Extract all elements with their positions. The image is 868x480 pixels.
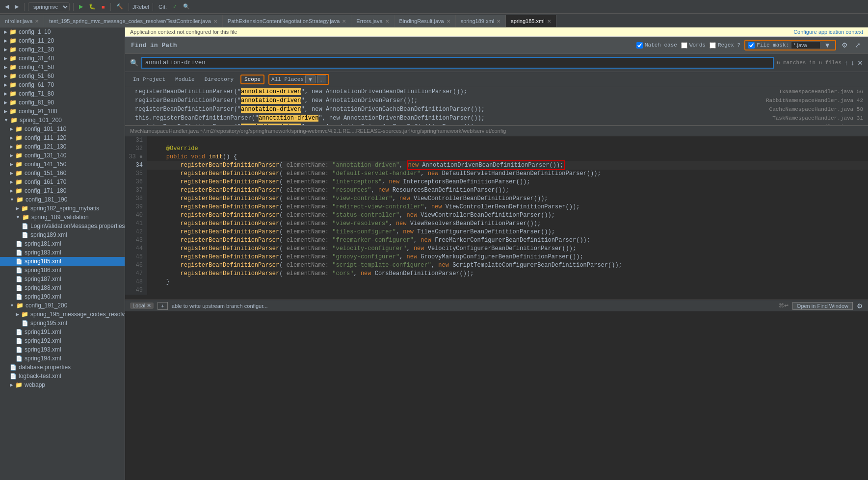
sidebar-item-spring185xml[interactable]: 📄 spring185.xml <box>0 257 125 266</box>
scope-in-project[interactable]: In Project <box>130 76 168 83</box>
sidebar-item-spring182[interactable]: ▶📁 spring182_spring_mybatis <box>0 204 125 213</box>
filter-btn[interactable]: ⚙ <box>840 41 849 49</box>
sidebar-item-spring194xml[interactable]: 📄 spring194.xml <box>0 354 125 363</box>
sidebar-item-config7180[interactable]: ▶📁 config_71_80 <box>0 89 125 98</box>
sidebar-item-spring187xml[interactable]: 📄 spring187.xml <box>0 275 125 283</box>
tab-controller[interactable]: ntroller.java ✕ <box>0 15 44 27</box>
match-case-label[interactable]: Match case <box>636 42 677 49</box>
find-btn[interactable]: 🔍 <box>181 2 192 11</box>
scope-dropdown[interactable]: All Places ▼ ... <box>268 74 329 85</box>
scope-directory[interactable]: Directory <box>202 76 237 83</box>
sidebar-item-spring189validation[interactable]: ▼📁 spring_189_validation <box>0 213 125 222</box>
sidebar-item-spring191xml[interactable]: 📄 spring191.xml <box>0 328 125 336</box>
debug-btn[interactable]: 🐛 <box>87 2 98 11</box>
sidebar-item-config110[interactable]: ▶📁 config_1_10 <box>0 27 125 36</box>
sidebar-item-config8190[interactable]: ▶📁 config_81_90 <box>0 98 125 107</box>
tab-spring189[interactable]: spring189.xml ✕ <box>456 15 506 27</box>
sidebar-item-spring186xml[interactable]: 📄 spring186.xml <box>0 266 125 275</box>
sidebar-item-spring188xml[interactable]: 📄 spring188.xml <box>0 283 125 292</box>
sidebar-item-config111120[interactable]: ▶📁 config_111_120 <box>0 133 125 142</box>
back-btn[interactable]: ◀ <box>3 2 11 11</box>
sidebar-item-config101110[interactable]: ▶📁 config_101_110 <box>0 125 125 133</box>
git-btn[interactable]: Git: <box>157 3 169 11</box>
scope-module[interactable]: Module <box>172 76 198 83</box>
tab-pathext[interactable]: PathExtensionContentNegotiationStrategy.… <box>223 15 352 27</box>
sidebar-item-config151160[interactable]: ▶📁 config_151_160 <box>0 169 125 177</box>
sidebar-item-spring195msg[interactable]: ▶📁 spring_195_message_codes_resolver <box>0 310 125 319</box>
open-find-window-btn[interactable]: Open in Find Window <box>792 302 853 310</box>
words-checkbox[interactable] <box>681 42 687 49</box>
project-selector[interactable]: springmvc <box>28 2 70 11</box>
configure-link[interactable]: Configure application context <box>793 29 863 35</box>
sidebar-item-spring101200[interactable]: ▼📁 spring_101_200 <box>0 116 125 125</box>
prev-match-btn[interactable]: ↑ <box>844 59 848 67</box>
sidebar-item-config191200[interactable]: ▼📁 config_191_200 <box>0 301 125 310</box>
tab-close[interactable]: ✕ <box>342 19 346 24</box>
sidebar-item-loginvalidation[interactable]: 📄 LoginValidationMessages.properties <box>0 222 125 230</box>
sidebar-item-config5160[interactable]: ▶📁 config_51_60 <box>0 72 125 80</box>
tab-close[interactable]: ✕ <box>35 19 39 24</box>
sidebar-item-config181190[interactable]: ▼📁 config_181_190 <box>0 195 125 204</box>
regex-checkbox[interactable] <box>710 42 716 49</box>
undo-btn[interactable]: ✓ <box>171 2 179 11</box>
forward-btn[interactable]: ▶ <box>13 2 21 11</box>
sidebar-item-spring190xml[interactable]: 📄 spring190.xml <box>0 292 125 301</box>
sidebar-item-spring183xml[interactable]: 📄 spring183.xml <box>0 248 125 257</box>
expand-btn[interactable]: ⤢ <box>853 41 862 49</box>
result-row-5[interactable]: registerBeanDefinitionParser("annotation… <box>125 123 868 125</box>
tab-testcontroller[interactable]: test_195_spring_mvc_message_codes_resolv… <box>44 15 223 27</box>
file-mask-checkbox[interactable] <box>748 42 755 49</box>
sidebar-item-spring189xml[interactable]: 📄 spring189.xml <box>0 230 125 239</box>
sidebar-item-config6170[interactable]: ▶📁 config_61_70 <box>0 80 125 89</box>
sidebar-item-spring181xml[interactable]: 📄 spring181.xml <box>0 239 125 248</box>
xml-editor[interactable]: Find in Path Match case Words Regex ? <box>125 37 868 125</box>
stop-btn[interactable]: ■ <box>100 3 107 11</box>
tab-bindingresult[interactable]: BindingResult.java ✕ <box>395 15 456 27</box>
sidebar-item-logback[interactable]: 📄 logback-test.xml <box>0 372 125 380</box>
tab-spring185[interactable]: spring185.xml ✕ <box>506 15 556 27</box>
sidebar-item-webapp[interactable]: ▶📁 webapp <box>0 380 125 389</box>
match-case-checkbox[interactable] <box>636 42 643 49</box>
regex-label[interactable]: Regex ? <box>710 42 740 49</box>
search-icon-btn[interactable]: 🔍 <box>130 59 138 67</box>
result-row-4[interactable]: this.registerBeanDefinitionParser("annot… <box>125 114 868 123</box>
sidebar-item-config3140[interactable]: ▶📁 config_31_40 <box>0 54 125 63</box>
sidebar-item-config161170[interactable]: ▶📁 config_161_170 <box>0 177 125 186</box>
branch-tag[interactable]: Local ✕ <box>130 303 154 309</box>
tab-close[interactable]: ✕ <box>213 19 217 24</box>
add-tab-btn[interactable]: + <box>158 302 167 310</box>
sidebar-item-config141150[interactable]: ▶📁 config_141_150 <box>0 160 125 169</box>
sidebar-item-spring193xml[interactable]: 📄 spring193.xml <box>0 345 125 354</box>
close-search-btn[interactable]: ✕ <box>857 59 863 67</box>
sidebar-item-config171180[interactable]: ▶📁 config_171_180 <box>0 186 125 195</box>
scope-more-btn[interactable]: ... <box>317 76 326 83</box>
tab-close[interactable]: ✕ <box>385 19 389 24</box>
tab-errors[interactable]: Errors.java ✕ <box>351 15 394 27</box>
run-btn[interactable]: ▶ <box>77 2 85 11</box>
tab-close[interactable]: ✕ <box>447 19 450 24</box>
tab-close[interactable]: ✕ <box>497 19 500 24</box>
next-match-btn[interactable]: ↓ <box>851 59 854 67</box>
result-row-3[interactable]: registerBeanDefinitionParser("annotation… <box>125 105 868 114</box>
tab-close[interactable]: ✕ <box>547 19 551 24</box>
sidebar-item-spring195xml[interactable]: 📄 spring195.xml <box>0 319 125 328</box>
build-btn[interactable]: 🔨 <box>114 2 125 11</box>
file-mask-dropdown[interactable]: ▼ <box>822 41 832 49</box>
sidebar-item-config91100[interactable]: ▶📁 config_91_100 <box>0 107 125 116</box>
scope-scope[interactable]: Scope <box>240 75 264 84</box>
result-row-1[interactable]: registerBeanDefinitionParser("annotation… <box>125 87 868 96</box>
sidebar-item-config1120[interactable]: ▶📁 config_11_20 <box>0 36 125 45</box>
result-row-2[interactable]: registerBeanDefinitionParser("annotation… <box>125 96 868 105</box>
file-mask-input[interactable] <box>791 41 820 49</box>
settings-btn[interactable]: ⚙ <box>857 302 863 310</box>
sidebar-item-config4150[interactable]: ▶📁 config_41_50 <box>0 63 125 72</box>
sidebar-item-database[interactable]: 📄 database.properties <box>0 363 125 372</box>
scope-dropdown-btn[interactable]: ▼ <box>305 76 316 83</box>
sidebar-item-config2130[interactable]: ▶📁 config_21_30 <box>0 45 125 54</box>
find-search-input[interactable] <box>141 57 774 69</box>
sidebar-item-spring192xml[interactable]: 📄 spring192.xml <box>0 336 125 345</box>
bottom-code[interactable]: 31 32 @Override 33 ● public void init() … <box>125 136 868 300</box>
words-label[interactable]: Words <box>681 42 706 49</box>
sidebar-item-config121130[interactable]: ▶📁 config_121_130 <box>0 142 125 151</box>
sidebar-item-config131140[interactable]: ▶📁 config_131_140 <box>0 151 125 160</box>
